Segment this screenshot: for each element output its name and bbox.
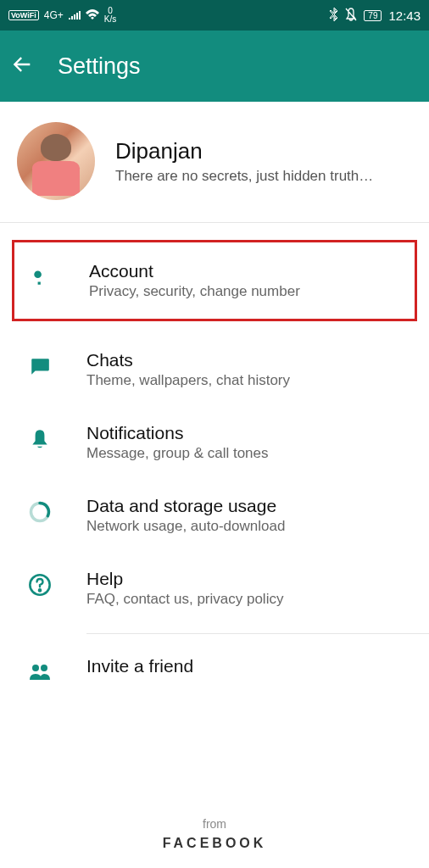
data-speed: 0 K/s — [104, 7, 116, 24]
battery-indicator: 79 — [364, 10, 382, 21]
menu-title: Help — [86, 569, 410, 589]
bluetooth-icon — [330, 8, 338, 24]
clock: 12:43 — [388, 8, 421, 23]
status-bar: VoWiFi 4G+ 0 K/s 79 12:43 — [0, 0, 429, 31]
menu-title: Account — [89, 261, 408, 281]
menu-title: Invite a friend — [86, 656, 410, 676]
menu-item-chats[interactable]: Chats Theme, wallpapers, chat history — [0, 333, 429, 406]
footer-brand: FACEBOOK — [0, 836, 429, 851]
page-title: Settings — [58, 53, 141, 80]
menu-item-invite[interactable]: Invite a friend — [0, 639, 429, 704]
footer-from: from — [0, 817, 429, 831]
data-usage-icon — [25, 498, 54, 526]
svg-point-2 — [32, 665, 39, 671]
menu-subtitle: Privacy, security, change number — [89, 283, 408, 300]
menu-title: Data and storage usage — [86, 496, 410, 516]
menu-item-account[interactable]: Account Privacy, security, change number — [12, 240, 417, 321]
key-icon — [28, 263, 57, 292]
svg-point-3 — [41, 665, 47, 671]
menu-item-notifications[interactable]: Notifications Message, group & call tone… — [0, 406, 429, 479]
menu-title: Chats — [86, 350, 410, 370]
divider — [86, 633, 429, 634]
avatar[interactable] — [17, 122, 95, 200]
back-button[interactable] — [10, 53, 34, 80]
app-bar: Settings — [0, 31, 429, 102]
wifi-icon — [86, 9, 99, 22]
people-icon — [25, 658, 54, 687]
menu-title: Notifications — [86, 423, 410, 443]
notification-off-icon — [345, 8, 357, 24]
menu-subtitle: Network usage, auto-download — [86, 518, 410, 535]
network-indicator: 4G+ — [44, 9, 64, 21]
status-left: VoWiFi 4G+ 0 K/s — [8, 7, 116, 24]
menu-subtitle: Theme, wallpapers, chat history — [86, 372, 410, 389]
vowifi-indicator: VoWiFi — [8, 10, 39, 20]
status-right: 79 12:43 — [330, 8, 421, 24]
footer: from FACEBOOK — [0, 817, 429, 851]
help-icon — [25, 570, 54, 599]
profile-name: Dipanjan — [115, 138, 412, 164]
profile-status: There are no secrets, just hidden truth… — [115, 168, 412, 185]
menu-subtitle: FAQ, contact us, privacy policy — [86, 591, 410, 608]
chat-icon — [25, 352, 54, 381]
menu-subtitle: Message, group & call tones — [86, 445, 410, 462]
profile-section[interactable]: Dipanjan There are no secrets, just hidd… — [0, 102, 429, 222]
signal-icon — [69, 9, 81, 22]
menu-item-data[interactable]: Data and storage usage Network usage, au… — [0, 479, 429, 552]
settings-menu: Account Privacy, security, change number… — [0, 223, 429, 704]
bell-icon — [25, 425, 54, 453]
menu-item-help[interactable]: Help FAQ, contact us, privacy policy — [0, 552, 429, 625]
